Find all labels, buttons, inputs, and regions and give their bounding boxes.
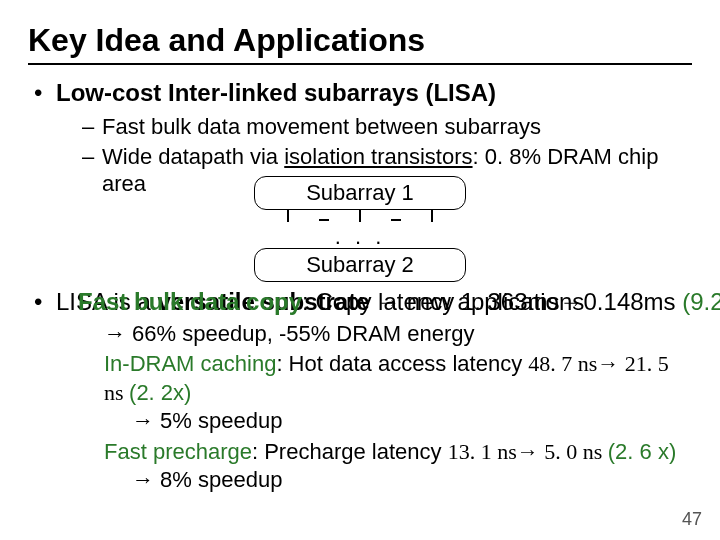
slide-title: Key Idea and Applications	[28, 22, 692, 59]
top-bullet-list: Low-cost Inter-linked subarrays (LISA) F…	[34, 79, 692, 198]
over-rest: : Copy latency 1. 363ms→0.148ms	[302, 288, 676, 315]
bullet-lisa-label: Low-cost Inter-linked subarrays (LISA)	[56, 79, 496, 106]
sub-bullet-wide-datapath: Wide datapath via isolation transistors:…	[82, 143, 692, 198]
app-precharge-metric: 13. 1 ns→ 5. 0 ns	[448, 439, 608, 464]
sub2-underline: isolation transistors	[284, 144, 472, 169]
bullet-lisa: Low-cost Inter-linked subarrays (LISA) F…	[34, 79, 692, 198]
sub2-pre: Wide datapath via	[102, 144, 284, 169]
sub-bullet-fast-move: Fast bulk data movement between subarray…	[82, 113, 692, 141]
connector-row-top	[240, 210, 480, 224]
applications-list: → 66% speedup, -55% DRAM energy In-DRAM …	[104, 320, 692, 496]
app-copy-sub: → 66% speedup, -55% DRAM energy	[104, 320, 692, 349]
app-caching-speedup: → 5% speedup	[132, 407, 692, 436]
bullet-versatile: LISA is a versatile substrate → new appl…	[34, 288, 692, 496]
connector	[287, 210, 289, 222]
app-precharge: Fast precharge: Precharge latency 13. 1 …	[104, 438, 692, 495]
app-precharge-rest: : Precharge latency	[252, 439, 448, 464]
app-precharge-paren: (2. 6 x)	[608, 439, 676, 464]
page-number: 47	[682, 509, 702, 530]
connector	[359, 210, 361, 222]
connector	[391, 219, 401, 221]
sub-bullet-list: Fast bulk data movement between subarray…	[82, 113, 692, 198]
diagram-ellipsis: . . .	[240, 226, 480, 248]
subarray-2-box: Subarray 2	[254, 248, 466, 282]
app-caching-rest: : Hot data access latency	[276, 351, 528, 376]
connector	[319, 219, 329, 221]
over-front: Fast bulk data copy	[78, 288, 302, 315]
app-caching-paren: (2. 2x)	[129, 380, 191, 405]
connector	[431, 210, 433, 222]
app-caching-name: In-DRAM caching	[104, 351, 276, 376]
slide: Key Idea and Applications Low-cost Inter…	[0, 0, 720, 540]
app-precharge-name: Fast precharge	[104, 439, 252, 464]
title-divider	[28, 63, 692, 65]
over-paren: (9.2x)	[682, 288, 720, 315]
app-copy-speedup: → 66% speedup, -55% DRAM energy	[104, 320, 692, 349]
app-caching: In-DRAM caching: Hot data access latency…	[104, 350, 692, 436]
top-bullet-list-2: LISA is a versatile substrate → new appl…	[34, 288, 692, 496]
app-precharge-speedup: → 8% speedup	[132, 466, 692, 495]
overlay-text: Fast bulk data copy: Copy latency 1. 363…	[78, 288, 720, 316]
overlapping-text: LISA is a versatile substrate → new appl…	[56, 288, 692, 316]
